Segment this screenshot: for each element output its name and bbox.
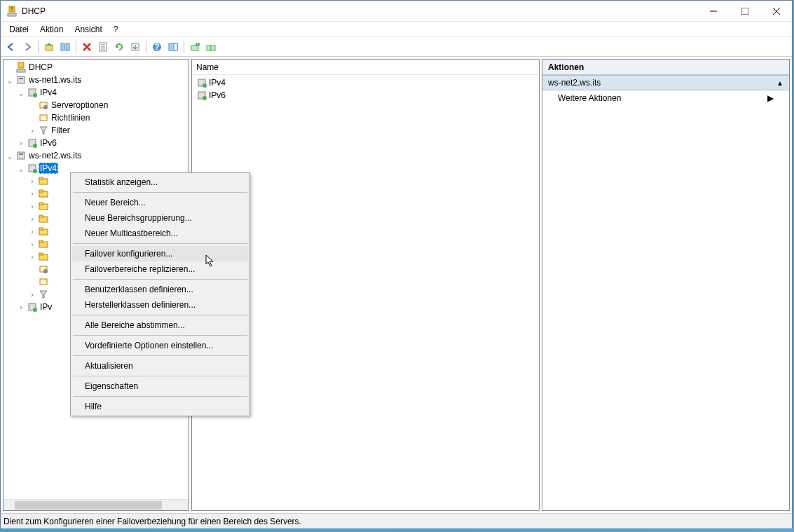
expander-icon[interactable]: › [27, 215, 37, 223]
ctx-alle-bereiche-abstimmen[interactable]: Alle Bereiche abstimmen... [72, 318, 248, 333]
svg-point-30 [33, 93, 37, 97]
show-hide-button[interactable] [57, 39, 73, 55]
action-pane-button[interactable] [165, 39, 181, 55]
options-icon [37, 264, 50, 275]
actions-section[interactable]: ws-net2.ws.its ▲ [542, 75, 789, 90]
ctx-neuer-bereich[interactable]: Neuer Bereich... [72, 195, 248, 210]
svg-rect-27 [18, 76, 25, 83]
horizontal-scrollbar[interactable] [4, 499, 189, 510]
ctx-aktualisieren[interactable]: Aktualisieren [72, 358, 248, 374]
dhcp-icon [6, 6, 18, 17]
back-button[interactable] [4, 39, 19, 55]
menu-aktion[interactable]: Aktion [34, 23, 69, 36]
ctx-benutzerklassen[interactable]: Benutzerklassen definieren... [72, 282, 248, 297]
help-button[interactable]: ? [149, 39, 165, 55]
server-icon [15, 150, 27, 161]
svg-rect-23 [207, 46, 211, 50]
minimize-button[interactable] [697, 1, 729, 21]
tree-label: ws-net2.ws.its [27, 150, 83, 161]
tree-label: IPv [39, 301, 53, 313]
ctx-failover-konfigurieren[interactable]: Failover konfigurieren... [72, 246, 248, 261]
ipv4-icon [26, 163, 39, 174]
list-item-label: IPv4 [209, 78, 226, 88]
list-header[interactable]: Name [192, 60, 539, 75]
ctx-failoverbereiche-replizieren[interactable]: Failoverbereiche replizieren... [72, 261, 248, 277]
up-button[interactable] [41, 39, 57, 55]
toolbar: ? + [1, 37, 792, 57]
expander-icon[interactable]: › [27, 127, 37, 135]
ctx-statistik[interactable]: Statistik anzeigen... [72, 175, 248, 190]
expander-icon[interactable]: › [27, 228, 37, 236]
tree-richtlinien[interactable]: Richtlinien [5, 111, 187, 124]
tree-root[interactable]: DHCP [5, 61, 187, 74]
status-text: Dient zum Konfigurieren einer Failoverbe… [4, 517, 301, 526]
tree-server1[interactable]: ⌄ ws-net1.ws.its [5, 74, 187, 86]
tree-server1-ipv4[interactable]: ⌄ IPv4 [5, 86, 187, 99]
delete-button[interactable] [79, 39, 95, 55]
svg-point-32 [43, 105, 48, 109]
tree-filter[interactable]: › Filter [5, 124, 187, 137]
policies-icon [37, 112, 50, 123]
refresh-button[interactable] [111, 39, 127, 55]
svg-rect-33 [40, 115, 47, 121]
expander-icon[interactable]: › [27, 291, 37, 299]
expander-icon[interactable]: › [27, 203, 37, 210]
ctx-neue-bereichsgruppierung[interactable]: Neue Bereichsgruppierung... [72, 210, 248, 226]
ctx-separator [73, 192, 247, 193]
tree-label: Filter [50, 125, 71, 136]
column-name[interactable]: Name [196, 62, 219, 72]
expander-icon[interactable]: › [27, 240, 37, 248]
expander-icon[interactable]: ⌄ [16, 89, 26, 97]
expander-icon[interactable]: › [27, 177, 37, 185]
expander-icon[interactable]: › [27, 253, 37, 261]
ctx-hilfe[interactable]: Hilfe [72, 399, 248, 414]
actions-header: Aktionen [542, 60, 789, 75]
svg-point-55 [43, 269, 48, 273]
folder-icon [37, 200, 50, 212]
close-button[interactable] [760, 1, 792, 21]
tree-server1-ipv6[interactable]: › IPv6 [5, 137, 187, 149]
properties-button[interactable] [95, 39, 111, 55]
tree-label: DHCP [27, 62, 54, 73]
context-menu: Statistik anzeigen... Neuer Bereich... N… [70, 172, 250, 416]
add-server-button[interactable]: + [187, 39, 203, 55]
ctx-vordefinierte-optionen[interactable]: Vordefinierte Optionen einstellen... [72, 338, 248, 353]
svg-rect-51 [39, 240, 43, 243]
menu-ansicht[interactable]: Ansicht [69, 23, 107, 36]
ipv6-icon [26, 301, 39, 313]
ctx-separator [73, 279, 247, 280]
tree-serveroptionen[interactable]: Serveroptionen [5, 99, 187, 111]
ctx-herstellerklassen[interactable]: Herstellerklassen definieren... [72, 297, 248, 313]
svg-rect-7 [61, 43, 64, 50]
filter-icon [37, 289, 50, 300]
statusbar: Dient zum Konfigurieren einer Failoverbe… [1, 513, 792, 528]
maximize-button[interactable] [729, 1, 760, 21]
folder-icon [37, 251, 50, 262]
ctx-eigenschaften[interactable]: Eigenschaften [72, 378, 248, 394]
tree-server2[interactable]: ⌄ ws-net2.ws.its [5, 149, 187, 162]
menu-help[interactable]: ? [108, 23, 124, 36]
expander-icon[interactable]: ⌄ [16, 165, 26, 172]
expander-icon[interactable]: › [16, 139, 26, 147]
tree-label: ws-net1.ws.its [27, 74, 83, 86]
expander-icon[interactable]: › [16, 303, 26, 311]
ipv4-icon [26, 87, 39, 98]
expander-icon[interactable]: ⌄ [5, 152, 15, 160]
svg-rect-56 [40, 279, 47, 285]
ctx-neuer-multicastbereich[interactable]: Neuer Multicastbereich... [72, 226, 248, 241]
manage-servers-button[interactable] [203, 39, 219, 55]
svg-rect-47 [39, 215, 43, 217]
forward-button[interactable] [20, 39, 35, 55]
expander-icon[interactable]: ⌄ [5, 76, 15, 84]
export-button[interactable] [128, 39, 143, 55]
scrollbar-thumb[interactable] [15, 501, 162, 510]
list-item-label: IPv6 [209, 90, 226, 100]
list-item-ipv4[interactable]: IPv4 [195, 76, 536, 89]
folder-icon [37, 188, 50, 199]
expander-icon[interactable]: › [27, 190, 37, 198]
menu-datei[interactable]: Datei [4, 23, 34, 36]
svg-point-58 [33, 308, 37, 312]
action-more[interactable]: Weitere Aktionen ▶ [542, 90, 789, 106]
svg-rect-53 [39, 253, 43, 255]
list-item-ipv6[interactable]: IPv6 [195, 89, 536, 102]
